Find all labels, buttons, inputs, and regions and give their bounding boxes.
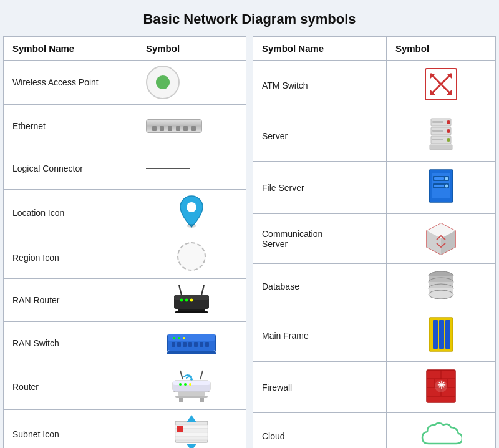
table-row: Subnet Icon xyxy=(4,410,246,449)
svg-point-21 xyxy=(178,337,180,339)
symbol-name: CommunicationServer xyxy=(253,214,387,264)
symbol-name: Subnet Icon xyxy=(4,410,137,449)
svg-rect-10 xyxy=(175,311,208,313)
svg-line-27 xyxy=(200,371,203,379)
wap-icon xyxy=(146,66,180,99)
svg-point-28 xyxy=(190,378,193,381)
svg-rect-55 xyxy=(432,121,443,123)
svg-rect-14 xyxy=(177,342,181,347)
svg-point-6 xyxy=(180,299,183,302)
table-row: Firewall xyxy=(253,362,496,413)
svg-rect-19 xyxy=(205,342,209,347)
table-row: Router xyxy=(4,364,246,410)
table-row: Ethernet xyxy=(4,105,246,147)
ran-router-icon xyxy=(169,284,214,314)
svg-rect-30 xyxy=(173,381,210,385)
symbol-cell xyxy=(386,264,495,309)
svg-rect-37 xyxy=(200,398,204,402)
svg-rect-17 xyxy=(194,342,198,347)
svg-rect-34 xyxy=(178,392,205,396)
svg-text:✳: ✳ xyxy=(437,380,445,391)
svg-point-60 xyxy=(447,138,450,142)
symbol-cell xyxy=(137,279,246,322)
symbol-name: Wireless Access Point xyxy=(4,61,137,105)
svg-marker-23 xyxy=(215,334,216,351)
symbol-cell xyxy=(386,61,495,110)
comm-server-icon xyxy=(424,221,458,255)
svg-point-54 xyxy=(447,120,450,124)
table-row: Database xyxy=(253,264,496,309)
svg-point-8 xyxy=(190,299,193,302)
svg-rect-35 xyxy=(175,396,208,398)
cloud-icon xyxy=(420,420,462,448)
svg-point-31 xyxy=(179,383,182,386)
symbol-cell xyxy=(137,364,246,410)
svg-rect-85 xyxy=(445,320,450,349)
svg-point-70 xyxy=(445,184,448,187)
region-icon xyxy=(177,242,206,271)
symbol-cell xyxy=(137,147,246,190)
svg-point-33 xyxy=(189,383,191,386)
symbol-cell xyxy=(137,61,246,105)
symbol-name: Firewall xyxy=(253,362,387,413)
logical-connector-icon xyxy=(146,168,190,169)
symbol-name: File Server xyxy=(253,162,387,214)
symbol-name: Server xyxy=(253,110,387,162)
symbol-cell xyxy=(386,162,495,214)
svg-point-7 xyxy=(185,299,188,302)
symbol-cell xyxy=(137,410,246,449)
svg-rect-41 xyxy=(175,432,208,436)
ran-switch-icon xyxy=(167,329,216,354)
svg-rect-15 xyxy=(183,342,187,347)
symbol-cell xyxy=(137,236,246,279)
svg-line-26 xyxy=(180,371,183,379)
table-row: Cloud xyxy=(253,413,496,448)
right-table: Symbol Name Symbol ATM Switch xyxy=(253,36,496,448)
symbol-name: RAN Switch xyxy=(4,322,137,364)
left-col1-header: Symbol Name xyxy=(4,37,137,61)
table-row: Server xyxy=(253,110,496,162)
ethernet-icon xyxy=(146,119,202,133)
table-row: File Server xyxy=(253,162,496,214)
symbol-cell: ✳ xyxy=(386,362,495,413)
symbol-name: Database xyxy=(253,264,387,309)
symbol-name: RAN Router xyxy=(4,279,137,322)
svg-point-0 xyxy=(187,202,196,212)
svg-rect-61 xyxy=(432,139,443,140)
symbol-name: Router xyxy=(4,364,137,410)
subnet-icon xyxy=(170,415,213,448)
svg-rect-18 xyxy=(200,342,203,347)
file-server-icon xyxy=(427,168,455,205)
symbol-cell xyxy=(137,105,246,147)
svg-marker-44 xyxy=(187,415,196,422)
svg-rect-84 xyxy=(439,320,444,349)
svg-rect-83 xyxy=(433,320,438,349)
svg-rect-62 xyxy=(430,145,452,150)
symbol-name: Main Frame xyxy=(253,309,387,361)
svg-rect-69 xyxy=(434,185,444,187)
table-row: RAN Switch xyxy=(4,322,246,364)
table-row: Location Icon xyxy=(4,190,246,236)
symbol-cell xyxy=(137,322,246,364)
database-icon xyxy=(425,271,457,299)
table-row: ATM Switch xyxy=(253,61,496,110)
symbol-name: Region Icon xyxy=(4,236,137,279)
svg-line-3 xyxy=(201,285,204,295)
left-table: Symbol Name Symbol Wireless Access Point… xyxy=(3,36,246,448)
table-row: Wireless Access Point xyxy=(4,61,246,105)
router-icon xyxy=(169,369,214,402)
svg-marker-45 xyxy=(187,444,196,448)
svg-point-1 xyxy=(187,224,196,228)
symbol-name: Ethernet xyxy=(4,105,137,147)
table-row: CommunicationServer xyxy=(253,214,496,264)
right-col1-header: Symbol Name xyxy=(253,37,387,61)
table-row: RAN Router xyxy=(4,279,246,322)
symbol-cell xyxy=(137,190,246,236)
svg-point-81 xyxy=(429,290,453,299)
svg-point-57 xyxy=(447,129,450,133)
table-row: Region Icon xyxy=(4,236,246,279)
svg-rect-58 xyxy=(432,130,443,132)
symbol-name: Cloud xyxy=(253,413,387,448)
atm-switch-icon xyxy=(424,67,458,101)
svg-rect-42 xyxy=(175,436,208,440)
